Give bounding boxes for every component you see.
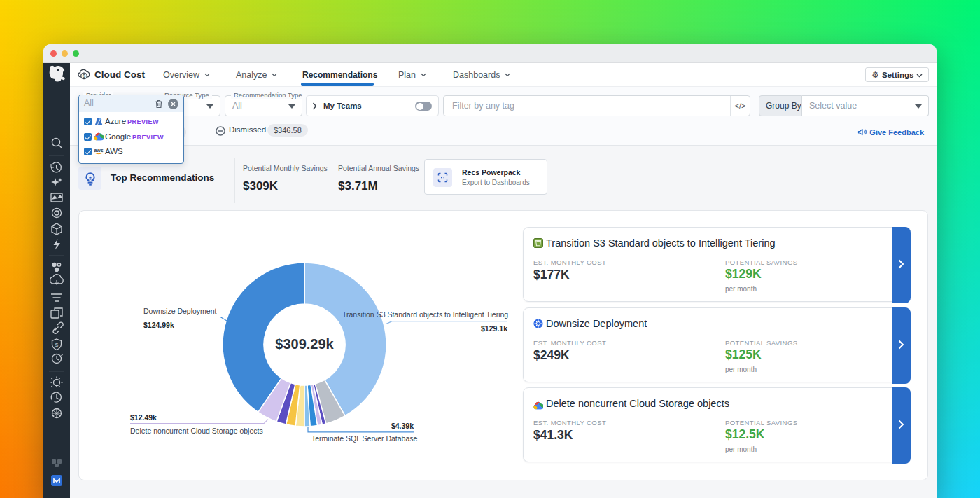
svg-text:$: $ [55,342,59,348]
svg-text:aws: aws [94,148,103,153]
svg-text:$: $ [83,73,86,79]
